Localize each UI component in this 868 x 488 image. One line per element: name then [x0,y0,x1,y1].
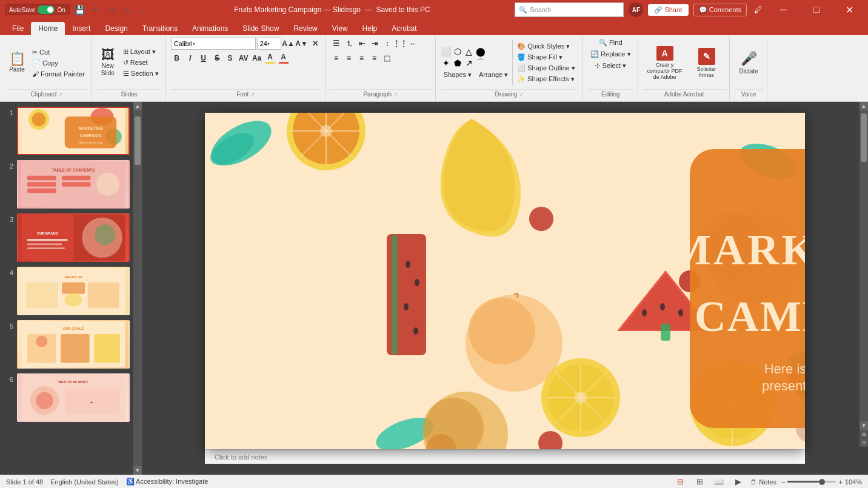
notes-area[interactable]: Click to add notes [205,449,805,464]
paste-button[interactable]: 📋 Paste [6,45,28,81]
format-painter-button[interactable]: 🖌 Format Painter [29,69,88,79]
decrease-font-button[interactable]: A▼ [296,38,308,50]
scroll-up-arrow[interactable]: ▲ [133,102,142,110]
underline-button[interactable]: U [198,52,210,64]
numbering-button[interactable]: ⒈ [343,38,355,50]
comments-button[interactable]: 💬 Comments [693,4,747,16]
shadow-button[interactable]: S [224,52,236,64]
font-color-button[interactable]: A [278,52,290,64]
canvas-scrollbar[interactable]: ▲ ▼ ⊞ ⊟ [860,102,868,447]
tab-home[interactable]: Home [31,22,65,35]
shape-item[interactable]: △ [464,46,475,57]
font-size-selector[interactable]: 24 ▾ [257,38,281,50]
select-button[interactable]: ⊹ Select ▾ [592,61,629,71]
shape-item[interactable]: ✦ [441,58,452,69]
zoom-out-button[interactable]: − [781,478,785,486]
quick-styles-button[interactable]: 🎨 Quick Styles ▾ [514,41,578,52]
minimize-button[interactable]: ─ [770,0,798,19]
align-left-button[interactable]: ≡ [330,52,342,64]
autosave-badge[interactable]: AutoSave On [5,4,70,15]
shape-item[interactable]: ↗ [464,58,475,69]
justify-button[interactable]: ≡ [369,52,381,64]
slide-sorter-button[interactable]: ⊞ [692,476,707,487]
tab-review[interactable]: Review [286,22,324,35]
slide-thumbnail-1[interactable]: MARKETING CAMPAIGN Here is where your [17,107,130,155]
slide-item-5[interactable]: 5 OUR GOALS [4,320,130,369]
maximize-button[interactable]: □ [803,0,830,19]
slide-thumbnail-5[interactable]: OUR GOALS [17,320,130,369]
line-spacing-button[interactable]: ↕ [381,38,393,50]
bold-button[interactable]: B [171,52,183,64]
shape-item[interactable]: ⬡ [452,46,463,57]
slide-thumbnail-6[interactable]: WHAT DO WE WANT? ❤ [17,373,130,422]
shape-item[interactable]: ⬜ [441,46,452,57]
shape-outline-button[interactable]: ⬜ Shape Outline ▾ [514,63,578,73]
ribbon-display-options[interactable]: 🖊 [752,3,765,16]
fit-height-btn[interactable]: ⊟ [860,438,868,447]
find-button[interactable]: 🔍 Find [596,38,625,48]
slide-thumbnail-3[interactable]: OUR BRAND [17,213,130,262]
zoom-knob[interactable] [819,479,825,485]
smart-art-button[interactable]: ⬚ [381,52,393,64]
share-button[interactable]: 🔗 Share [648,4,688,16]
slide-item-1[interactable]: 1 MARKETING CAMPAIGN Here is where your [4,107,130,155]
new-slide-button[interactable]: 🖼 NewSlide [97,45,119,81]
tab-help[interactable]: Help [355,22,385,35]
tab-acrobat[interactable]: Acrobat [384,22,424,35]
tab-view[interactable]: View [325,22,355,35]
slide-item-6[interactable]: 6 WHAT DO WE WANT? ❤ [4,373,130,422]
increase-indent-button[interactable]: ⇥ [369,38,381,50]
slide-item-4[interactable]: 4 ABOUT US [4,267,130,315]
cut-button[interactable]: ✂ Cut [29,47,88,58]
bullets-button[interactable]: ☰ [330,38,342,50]
present-button[interactable]: ▷ [121,3,134,16]
strikethrough-button[interactable]: S̶ [211,52,223,64]
reset-button[interactable]: ↺ Reset [120,58,162,68]
notes-toggle[interactable]: 🗒 Notes [750,478,776,486]
save-button[interactable]: 💾 [73,3,87,16]
tab-slideshow[interactable]: Slide Show [235,22,286,35]
slide-item-2[interactable]: 2 TABLE OF CONTENTS [4,160,130,209]
undo-button[interactable]: ↩ [89,3,102,16]
font-name-selector[interactable]: Calibri ▾ [171,38,256,50]
collapse-ribbon-button[interactable]: ⌃ [424,26,432,35]
clear-format-button[interactable]: ✕ [309,38,321,50]
tab-design[interactable]: Design [98,22,135,35]
text-direction-button[interactable]: ↔ [407,38,419,50]
autosave-toggle[interactable] [38,5,55,14]
decrease-indent-button[interactable]: ⇤ [356,38,368,50]
create-pdf-button[interactable]: A Crear y compartir PDF de Adobe [643,45,687,81]
shape-item[interactable]: ⬟ [452,58,463,69]
shape-item[interactable]: ⬤ [475,46,486,57]
slide-thumbnail-2[interactable]: TABLE OF CONTENTS [17,160,130,209]
slide-thumbnail-4[interactable]: ABOUT US [17,267,130,315]
dictate-button[interactable]: 🎤 Dictate [735,45,763,81]
tab-animations[interactable]: Animations [185,22,235,35]
columns-button[interactable]: ⋮⋮ [394,38,406,50]
canvas-scroll-up[interactable]: ▲ [860,102,868,110]
reading-view-button[interactable]: 📖 [712,476,726,487]
align-right-button[interactable]: ≡ [356,52,368,64]
normal-view-button[interactable]: ⊟ [673,476,687,487]
highlight-color-button[interactable]: A [264,52,276,64]
zoom-slider[interactable] [787,481,836,483]
redo-button[interactable]: ↪ [105,3,118,16]
zoom-level[interactable]: 104% [845,478,862,486]
increase-font-button[interactable]: A▲ [282,38,295,50]
slide-item-3[interactable]: 3 OUR BRAND [4,213,130,262]
close-button[interactable]: ✕ [835,0,863,19]
fit-width-btn[interactable]: ⊞ [860,430,868,438]
arrange-button[interactable]: Arrange ▾ [476,70,511,80]
tab-transitions[interactable]: Transitions [135,22,185,35]
layout-button[interactable]: ⊞ Layout ▾ [120,47,162,57]
char-spacing-button[interactable]: AV [238,52,250,64]
section-button[interactable]: ☰ Section ▾ [120,69,162,79]
tab-file[interactable]: File [5,22,31,35]
shape-fill-button[interactable]: 🪣 Shape Fill ▾ [514,52,578,62]
zoom-in-button[interactable]: + [838,478,842,486]
customize-qat-button[interactable]: ⌄ [136,3,150,16]
copy-button[interactable]: 📄 Copy [29,58,88,69]
shape-item[interactable]: ⌒ [475,58,486,69]
align-center-button[interactable]: ≡ [343,52,355,64]
scroll-down-arrow[interactable]: ▼ [133,466,142,475]
